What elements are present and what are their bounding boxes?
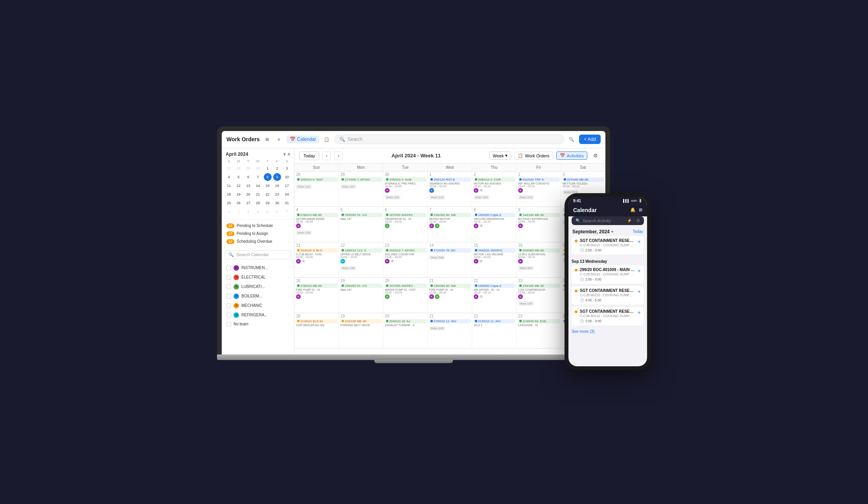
team-checkbox-instrumen[interactable] [226, 266, 231, 270]
event-243020[interactable]: 243/020 9: BLO [296, 248, 338, 253]
team-checkbox-refrigera[interactable] [226, 313, 231, 318]
cal-cell-sun18b[interactable]: 18 214/010 ELE-91 CHIP REDLER AG-202 [294, 313, 339, 348]
phone-month-chevron[interactable]: ▾ [611, 229, 613, 234]
today-button[interactable]: Today [299, 151, 319, 160]
cal-cell-mon19b[interactable]: 19 210/150 ME-90 FORMING BELT DRIVE [339, 313, 383, 348]
alert-pending-schedule[interactable]: 17 Pending to Schedule › [225, 222, 291, 230]
work-orders-view-btn[interactable]: 📋 Work Orders [514, 151, 553, 160]
cal-cell-sun11[interactable]: 11 243/020 9: BLO C-CJB-80210 - CON... 2… [294, 242, 339, 277]
mini-day-4[interactable]: 4 [225, 173, 233, 181]
mini-day-13[interactable]: 13 [244, 182, 252, 190]
search-bar[interactable]: 🔍 Search [334, 135, 564, 144]
more-link-198[interactable]: Mais 198 [340, 266, 356, 270]
team-checkbox-boilerm[interactable] [226, 294, 231, 299]
mini-day-14[interactable]: 14 [254, 182, 262, 190]
mini-day-17[interactable]: 17 [283, 182, 291, 190]
phone-activity-2[interactable]: 299/20 BOC-801009 - MAIN BOILER F... C-C… [572, 265, 644, 284]
mini-day-29b[interactable]: 29 [264, 199, 272, 207]
mini-day-25[interactable]: 25 [225, 199, 233, 207]
activity-add-btn-4[interactable]: + [638, 309, 641, 316]
mini-cal-up[interactable]: ∧ [287, 152, 290, 156]
more-link-131[interactable]: Mais 131 [296, 185, 312, 189]
cal-cell-wed1[interactable]: 1 250/120 RST-8 GEARBOX AG-4341RE0 23:58… [428, 172, 472, 207]
cal-cell-fri16[interactable]: 16 203/060 ME-80 13.8KV SUBSTATION - 00:… [517, 242, 561, 277]
more-link-185b[interactable]: Mais 185 [518, 301, 534, 306]
calendar-tab[interactable]: 📅 Calendar [287, 135, 320, 143]
cal-cell-sun28[interactable]: 28 195/010 6: INST Mais 131 [294, 172, 339, 207]
mini-day-18[interactable]: 18 [225, 190, 233, 198]
cal-cell-fri23b[interactable]: 23 219/020 62: EXE LA ENGINE - 01 [517, 313, 561, 348]
settings-button[interactable]: ⚙ [590, 151, 601, 161]
mini-day-24[interactable]: 24 [283, 190, 291, 198]
more-link-215[interactable]: Mais 215 [429, 195, 445, 199]
event-031020[interactable]: 031/020 TRF-9 [518, 177, 560, 182]
event-199010[interactable]: 199/010 112: S [340, 248, 382, 253]
event-230060-w4[interactable]: 230/060 60: MA [429, 284, 471, 288]
event-278010-w2[interactable]: 278/010 ME-80 [296, 213, 338, 217]
phone-grid-icon[interactable]: ⊞ [639, 207, 642, 212]
more-link-259[interactable]: Mais 259 [385, 195, 401, 199]
cal-cell-tue6[interactable]: 6 167/050 INSPEC GENERATOR 01 - 01 18:00… [383, 207, 428, 242]
mini-day-27[interactable]: 27 [225, 164, 233, 172]
team-no-team[interactable]: No team › [225, 320, 291, 329]
mini-day-29[interactable]: 29 [244, 164, 252, 172]
mini-day-11[interactable]: 11 [225, 182, 233, 190]
next-nav-button[interactable]: › [334, 151, 343, 160]
event-272020[interactable]: 272/020 70: AD [429, 248, 471, 253]
mini-day-n4[interactable]: 4 [254, 208, 262, 216]
event-207040[interactable]: 207/040 ME-80 [563, 177, 604, 182]
mini-day-9-selected[interactable]: 9 [273, 173, 281, 181]
event-165050[interactable]: 165/050 Cópia d [474, 213, 515, 217]
mini-day-n2[interactable]: 2 [235, 208, 243, 216]
event-295050-w4[interactable]: 295/050 51: CO [340, 284, 382, 288]
team-checkbox-mechanic[interactable] [226, 303, 231, 308]
cal-cell-fri2[interactable]: 2 031/020 TRF-9 INF. ROLLER CONVEYO 23:4… [517, 172, 561, 207]
cal-extra-icon[interactable]: 📋 [322, 135, 331, 144]
more-link-381[interactable]: Mais 381 [518, 266, 534, 270]
mini-cal-down[interactable]: ∨ [283, 152, 286, 156]
event-219020[interactable]: 219/020 62: EXE [518, 319, 560, 323]
activity-add-btn-2[interactable]: + [638, 268, 641, 274]
more-link-213a[interactable]: Mais 213 [518, 195, 534, 199]
event-215010[interactable]: 215/010 11: INV [474, 319, 515, 323]
cal-cell-mon12[interactable]: 12 199/010 112: S UPPER LD BELT DRIVE 23… [339, 242, 383, 277]
mini-day-26[interactable]: 26 [235, 199, 243, 207]
mini-day-16[interactable]: 16 [273, 182, 281, 190]
cal-cell-mon29[interactable]: 29 177/050 7: APOIO Mais 167 [339, 172, 383, 207]
mini-day-31[interactable]: 31 [283, 199, 291, 207]
event-203060[interactable]: 203/060 ME-80 [518, 248, 560, 253]
team-checkbox-lubricati[interactable] [226, 284, 231, 289]
event-214010[interactable]: 214/010 ELE-91 [296, 319, 338, 323]
more-link-135[interactable]: Mais 135 [296, 231, 312, 235]
mini-day-28[interactable]: 28 [235, 164, 243, 172]
mini-day-21[interactable]: 21 [254, 190, 262, 198]
mini-day-n3[interactable]: 3 [244, 208, 252, 216]
mini-day-n6[interactable]: 6 [273, 208, 281, 216]
cal-cell-fri9[interactable]: 9 140/160 ME-90 BO-510A CENTRIFUGA 23:50… [517, 207, 561, 242]
event-167050[interactable]: 167/050 INSPEC [385, 213, 427, 217]
mini-day-30b[interactable]: 30 [273, 199, 281, 207]
mini-day-20[interactable]: 20 [244, 190, 252, 198]
event-140160-fri23[interactable]: 140/160 ME-90 [518, 284, 560, 288]
cal-cell-thu2[interactable]: 2 208/010 4: COR MOTOR AG-4341M03 18:20 … [472, 172, 517, 207]
mini-day-n1[interactable]: 1 [225, 208, 233, 216]
cal-cell-tue13[interactable]: 13 282/010 7: APOIO INCLINED CONVEYOR 23… [383, 242, 428, 277]
grid-icon[interactable]: ⊞ [263, 135, 272, 144]
event-275010[interactable]: 275/010 11: INV [429, 319, 471, 323]
team-lubricati[interactable]: ⚙ LUBRICATI... › [225, 282, 291, 292]
cal-cell-thu15[interactable]: 15 264/020 VERIFIC MOTOR 1 AG-4521M0E 23… [472, 242, 517, 277]
more-link-588[interactable]: Mais 588 [429, 255, 445, 260]
mini-day-30[interactable]: 30 [254, 164, 262, 172]
mini-day-19[interactable]: 19 [235, 190, 243, 198]
cal-cell-fri23[interactable]: 23 140/160 ME-90 LOW COMPRESSOR - 23:50 … [517, 278, 561, 313]
mini-day-7[interactable]: 7 [254, 173, 262, 181]
add-button[interactable]: + Add [579, 135, 601, 144]
cal-cell-wed14[interactable]: 14 272/020 70: AD Mais 588 [428, 242, 472, 277]
phone-search[interactable]: 🔍 Search Activity ⚡ ⚙ [572, 216, 644, 225]
mini-day-8-today[interactable]: 8 [264, 173, 272, 181]
event-197050[interactable]: 197/050 INSPEC [385, 284, 427, 288]
mini-day-15[interactable]: 15 [264, 182, 272, 190]
cal-cell-thu8[interactable]: 8 165/050 Cópia d VACUUM GENERATION 18:1… [472, 207, 517, 242]
cal-cell-sun18[interactable]: 18 278/010 ME-80 FIRE PUMP 01 - 01 23:59… [294, 278, 339, 313]
team-checkbox-no-team[interactable] [226, 322, 231, 327]
